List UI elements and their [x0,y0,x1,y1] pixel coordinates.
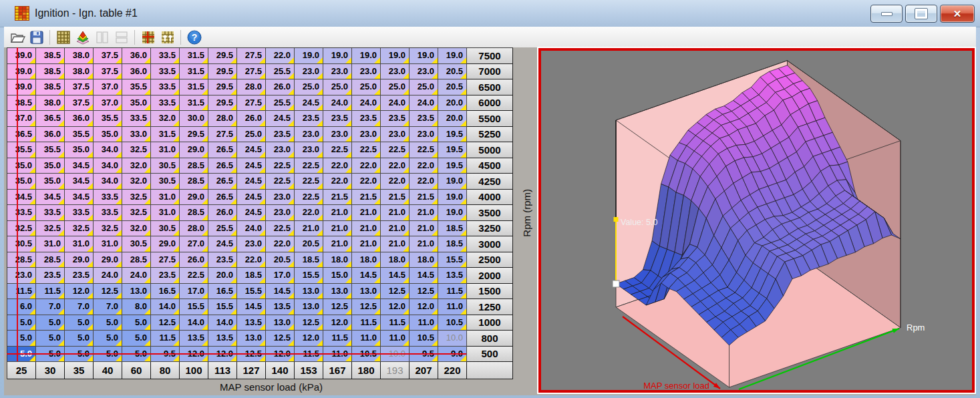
table-view-button[interactable] [54,29,72,46]
cell-4000-207[interactable]: 21.5 [410,190,438,206]
cell-7500-140[interactable]: 22.0 [266,48,295,64]
cell-7500-153[interactable]: 19.0 [295,48,323,64]
cell-2000-30[interactable]: 23.5 [36,268,65,284]
cell-1500-140[interactable]: 14.5 [266,284,295,300]
cell-1500-30[interactable]: 11.5 [36,284,65,300]
cell-2000-80[interactable]: 23.5 [151,268,180,284]
cell-2500-40[interactable]: 29.0 [94,252,122,268]
cell-4250-25[interactable]: 35.0 [7,174,36,190]
cell-4250-30[interactable]: 35.0 [36,174,65,190]
maximize-button[interactable] [905,5,937,23]
cell-2000-100[interactable]: 22.5 [180,268,208,284]
cell-4500-207[interactable]: 22.0 [410,158,438,174]
cell-800-193[interactable]: 11.0 [381,331,410,347]
cell-7000-153[interactable]: 23.0 [295,64,323,80]
cell-3250-25[interactable]: 32.5 [7,221,36,237]
cell-6500-167[interactable]: 25.0 [323,79,352,95]
cell-5250-100[interactable]: 29.5 [180,127,208,143]
cell-3000-153[interactable]: 20.5 [295,236,323,252]
cell-1250-153[interactable]: 13.0 [295,299,323,315]
cell-3000-220[interactable]: 18.5 [438,236,467,252]
cell-3250-40[interactable]: 32.5 [94,221,122,237]
cell-800-220[interactable]: 10.0 [438,331,467,347]
cell-1000-207[interactable]: 11.0 [410,315,438,331]
cell-3250-180[interactable]: 21.0 [352,221,381,237]
cell-5250-60[interactable]: 33.0 [122,127,151,143]
cell-5250-113[interactable]: 27.5 [208,127,237,143]
cell-1250-40[interactable]: 7.0 [94,299,122,315]
cell-1000-127[interactable]: 13.5 [237,315,266,331]
cell-800-113[interactable]: 13.5 [208,331,237,347]
cell-7000-113[interactable]: 29.5 [208,64,237,80]
cell-1500-180[interactable]: 13.0 [352,284,381,300]
cell-4500-100[interactable]: 28.5 [180,158,208,174]
cell-1000-35[interactable]: 5.0 [65,315,94,331]
table-insert-button[interactable] [158,29,176,46]
cell-3500-127[interactable]: 24.5 [237,205,266,221]
cell-4250-180[interactable]: 22.0 [352,174,381,190]
cell-1250-180[interactable]: 12.5 [352,299,381,315]
cell-4000-140[interactable]: 23.0 [266,190,295,206]
cell-3250-153[interactable]: 21.0 [295,221,323,237]
cell-2500-220[interactable]: 15.5 [438,252,467,268]
cell-1250-80[interactable]: 14.0 [151,299,180,315]
cell-5500-220[interactable]: 20.0 [438,111,467,127]
cell-1250-25[interactable]: 6.0 [7,299,36,315]
cell-5500-60[interactable]: 33.5 [122,111,151,127]
cell-3250-127[interactable]: 24.0 [237,221,266,237]
cell-800-207[interactable]: 10.5 [410,331,438,347]
cell-3500-180[interactable]: 21.0 [352,205,381,221]
cell-6500-207[interactable]: 25.0 [410,79,438,95]
cell-7500-127[interactable]: 27.5 [237,48,266,64]
cell-1000-30[interactable]: 5.0 [36,315,65,331]
cell-3000-193[interactable]: 21.0 [381,236,410,252]
cell-3250-80[interactable]: 30.5 [151,221,180,237]
cell-5250-207[interactable]: 23.0 [410,127,438,143]
cell-5000-153[interactable]: 23.0 [295,142,323,158]
cell-1500-100[interactable]: 17.0 [180,284,208,300]
cell-3000-167[interactable]: 21.0 [323,236,352,252]
cell-3500-113[interactable]: 26.0 [208,205,237,221]
cell-4250-220[interactable]: 19.0 [438,174,467,190]
cell-5500-207[interactable]: 23.5 [410,111,438,127]
cell-6000-167[interactable]: 24.0 [323,95,352,112]
cell-6000-60[interactable]: 35.0 [122,95,151,112]
cell-3250-30[interactable]: 32.5 [36,221,65,237]
cell-3000-35[interactable]: 31.0 [65,236,94,252]
cell-5000-80[interactable]: 31.0 [151,142,180,158]
cell-6000-140[interactable]: 25.5 [266,95,295,112]
cell-4500-193[interactable]: 22.0 [381,158,410,174]
cell-6500-220[interactable]: 20.5 [438,79,467,95]
cell-6000-100[interactable]: 31.5 [180,95,208,112]
cell-2500-100[interactable]: 26.0 [180,252,208,268]
cell-6000-35[interactable]: 37.5 [65,95,94,112]
cell-4500-25[interactable]: 35.0 [7,158,36,174]
cell-6000-80[interactable]: 33.5 [151,95,180,112]
cell-7000-25[interactable]: 39.0 [7,64,36,80]
cell-6000-127[interactable]: 27.5 [237,95,266,112]
cell-4000-180[interactable]: 21.5 [352,190,381,206]
cell-1500-153[interactable]: 13.0 [295,284,323,300]
surface-3d-panel[interactable]: MAP sensor load Rpm Value: 5.0 [538,48,975,393]
cell-1000-113[interactable]: 14.0 [208,315,237,331]
cell-800-153[interactable]: 12.0 [295,331,323,347]
cell-800-25[interactable]: 5.0 [7,331,36,347]
cell-1000-25[interactable]: 5.0 [7,315,36,331]
surface-3d-view[interactable]: MAP sensor load Rpm Value: 5.0 [541,51,972,390]
cell-7000-40[interactable]: 37.5 [94,64,122,80]
cell-2500-167[interactable]: 18.0 [323,252,352,268]
cell-2000-193[interactable]: 14.5 [381,268,410,284]
cell-4000-30[interactable]: 34.5 [36,190,65,206]
cell-3500-35[interactable]: 33.5 [65,205,94,221]
cell-1250-167[interactable]: 12.5 [323,299,352,315]
cell-1500-127[interactable]: 15.5 [237,284,266,300]
cell-7000-180[interactable]: 23.0 [352,64,381,80]
cell-7500-60[interactable]: 36.0 [122,48,151,64]
cell-3250-35[interactable]: 32.5 [65,221,94,237]
cell-7000-193[interactable]: 23.0 [381,64,410,80]
cell-2000-113[interactable]: 20.0 [208,268,237,284]
cell-3000-180[interactable]: 21.0 [352,236,381,252]
cell-3500-140[interactable]: 23.0 [266,205,295,221]
cell-3250-207[interactable]: 21.0 [410,221,438,237]
cell-3500-100[interactable]: 28.5 [180,205,208,221]
